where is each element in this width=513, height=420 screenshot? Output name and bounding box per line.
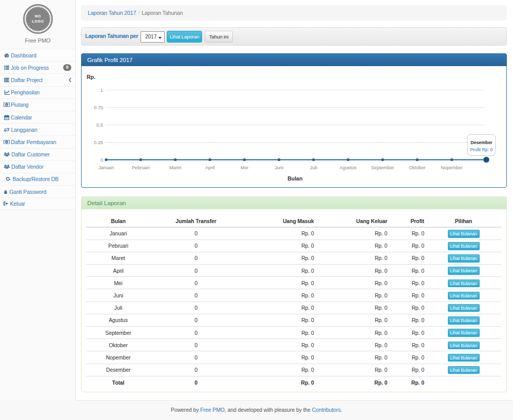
svg-text:LOGO: LOGO xyxy=(32,19,44,24)
svg-text:Agustus: Agustus xyxy=(340,165,357,170)
svg-text:NO: NO xyxy=(35,14,41,18)
svg-text:Januari: Januari xyxy=(98,165,114,170)
svg-text:Oktober: Oktober xyxy=(409,165,426,170)
svg-text:April: April xyxy=(205,165,214,170)
svg-text:Desember: Desember xyxy=(470,140,492,145)
svg-text:Maret: Maret xyxy=(169,165,182,170)
svg-text:0: 0 xyxy=(101,157,103,163)
svg-text:September: September xyxy=(371,165,394,170)
svg-text:Mei: Mei xyxy=(241,165,248,170)
svg-text:Rp.: Rp. xyxy=(87,74,95,80)
svg-text:Bulan: Bulan xyxy=(287,175,302,182)
svg-text:0.25: 0.25 xyxy=(94,140,103,145)
svg-text:0.75: 0.75 xyxy=(94,105,103,110)
svg-text:0.5: 0.5 xyxy=(96,123,103,128)
svg-text:Juni: Juni xyxy=(274,165,283,170)
svg-text:Profit Rp: 0: Profit Rp: 0 xyxy=(470,147,492,152)
svg-text:Pebruari: Pebruari xyxy=(132,165,150,170)
svg-text:Juli: Juli xyxy=(310,165,317,170)
svg-text:Nopember: Nopember xyxy=(441,165,463,170)
svg-text:1: 1 xyxy=(101,88,103,93)
